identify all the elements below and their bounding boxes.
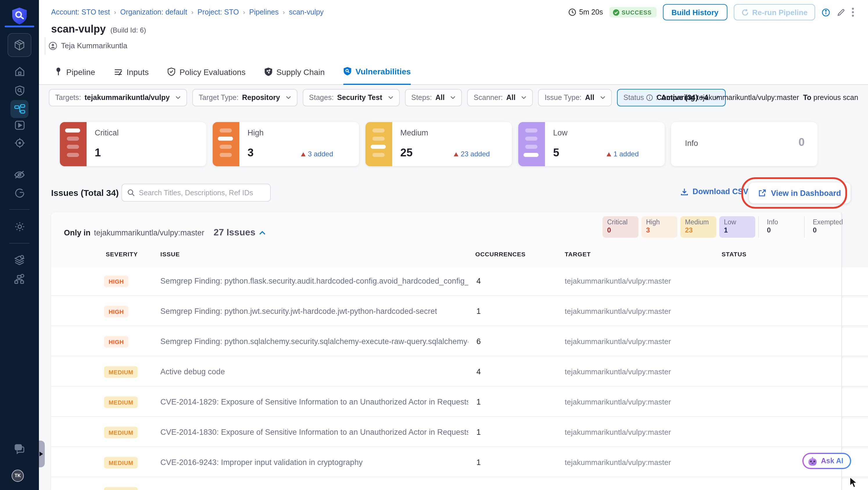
mouse-cursor: [849, 477, 859, 488]
pipeline-tab-icon: [55, 67, 62, 76]
issue-title: Active debug code: [160, 367, 225, 376]
clock-icon: [568, 8, 576, 16]
tab-label: Pipeline: [66, 67, 95, 76]
tab-supply-chain[interactable]: Supply Chain: [264, 62, 325, 85]
tab-pipeline[interactable]: Pipeline: [55, 62, 95, 85]
filter-steps[interactable]: Steps: All: [405, 89, 462, 106]
ask-ai-label: Ask AI: [821, 457, 843, 465]
target-value: tejakummarikuntla/vulpy:master: [565, 337, 671, 346]
module-selector-button[interactable]: [7, 33, 31, 57]
tab-vulnerabilities[interactable]: Vulnerabilities: [343, 62, 411, 85]
download-icon: [680, 187, 688, 195]
added-count: 3 added: [301, 150, 333, 158]
view-in-dashboard-button[interactable]: View in Dashboard: [749, 183, 850, 204]
sidebar-item-exemptions[interactable]: [0, 169, 39, 180]
breadcrumb-separator: ›: [283, 9, 285, 16]
target-value: tejakummarikuntla/vulpy:master: [565, 277, 671, 285]
pill-exempted: Exempted0: [804, 216, 847, 238]
info-circle-icon[interactable]: [822, 8, 830, 17]
shield-magnifier-icon: [343, 67, 351, 75]
user-avatar[interactable]: TK: [11, 470, 24, 482]
group-severity-pills: Critical0 High3 Medium23 Low1 Info0 Exem…: [602, 216, 850, 238]
rerun-pipeline-button[interactable]: Re-run Pipeline: [734, 4, 815, 20]
table-row[interactable]: MEDIUM CVE-2016-9243: Improper input val…: [51, 449, 868, 477]
pipelines-icon: [14, 104, 25, 114]
breadcrumb-project[interactable]: Project: STO: [197, 8, 239, 16]
breadcrumb-pipeline-name[interactable]: scan-vulpy: [289, 8, 324, 16]
filter-label: Scanner:: [474, 94, 503, 102]
search-input[interactable]: [139, 189, 261, 197]
shield-search-icon: [14, 85, 25, 96]
card-high[interactable]: High 3 3 added: [213, 122, 359, 166]
critical-gauge-icon: [60, 122, 87, 166]
tab-inputs[interactable]: Inputs: [114, 62, 149, 85]
tab-policy-evaluations[interactable]: Policy Evaluations: [167, 62, 245, 85]
issues-search[interactable]: [121, 184, 271, 202]
group-header[interactable]: Only in tejakummarikuntla/vulpy:master 2…: [64, 227, 265, 238]
issue-title: Semgrep Finding: python.flask.security.a…: [160, 277, 468, 285]
execution-duration: 5m 20s: [568, 8, 603, 16]
author-row: Teja Kummarikuntla: [49, 41, 127, 50]
breadcrumb-pipelines[interactable]: Pipelines: [249, 8, 279, 16]
table-row[interactable]: HIGH Semgrep Finding: python.flask.secur…: [51, 267, 868, 295]
filter-targets[interactable]: Targets: tejakummarikuntla/vulpy: [49, 89, 187, 106]
table-row-partial[interactable]: MEDIUM: [51, 479, 868, 490]
card-value: 25: [400, 147, 412, 159]
sidebar-item-targets[interactable]: [0, 137, 39, 149]
sidebar-item-project-settings[interactable]: [0, 221, 39, 233]
table-row[interactable]: HIGH Semgrep Finding: python.sqlalchemy.…: [51, 328, 868, 356]
filter-label: Issue Type:: [545, 94, 582, 102]
pill-medium: Medium23: [680, 216, 716, 238]
issue-title: Semgrep Finding: python.jwt.security.jwt…: [160, 307, 437, 316]
ask-ai-button[interactable]: Ask AI: [802, 453, 851, 469]
col-issue: ISSUE: [160, 250, 180, 257]
sidebar-item-default-settings[interactable]: [0, 254, 39, 266]
build-history-button[interactable]: Build History: [662, 4, 727, 20]
filter-value: All: [506, 94, 516, 102]
settings-gear-icon: [14, 221, 25, 233]
table-row[interactable]: MEDIUM CVE-2014-1829: Exposure of Sensit…: [51, 388, 868, 416]
sidebar-item-pipelines-active[interactable]: [10, 100, 28, 118]
card-info[interactable]: Info 0: [671, 122, 817, 166]
occurrences-value: 4: [476, 277, 481, 285]
severity-badge: HIGH: [104, 336, 128, 347]
breadcrumb-org[interactable]: Organization: default: [120, 8, 187, 16]
card-critical[interactable]: Critical 1: [60, 122, 206, 166]
author-name: Teja Kummarikuntla: [61, 41, 127, 50]
filter-stages[interactable]: Stages: Security Test: [303, 89, 400, 106]
filter-value: Repository: [242, 94, 280, 102]
sidebar-item-executions[interactable]: [0, 120, 39, 131]
chevron-up-icon[interactable]: [259, 231, 265, 235]
filter-value: Security Test: [337, 94, 382, 102]
kebab-menu-icon[interactable]: [852, 7, 854, 17]
filter-label: Status: [623, 94, 644, 102]
filter-issue-type[interactable]: Issue Type: All: [538, 89, 612, 106]
high-gauge-icon: [213, 122, 239, 166]
main-content: Account: STO test › Organization: defaul…: [39, 0, 868, 490]
table-row[interactable]: MEDIUM Active debug code 4 tejakummariku…: [51, 358, 868, 386]
card-medium[interactable]: Medium 25 23 added: [366, 122, 512, 166]
page-header: Account: STO test › Organization: defaul…: [39, 0, 868, 85]
sidebar-item-help[interactable]: ?: [0, 443, 39, 455]
table-row[interactable]: HIGH Semgrep Finding: python.jwt.securit…: [51, 298, 868, 326]
sidebar-item-getting-started[interactable]: [0, 187, 39, 199]
occurrences-value: 4: [476, 367, 481, 376]
sidebar-item-test-targets[interactable]: [0, 85, 39, 96]
sidebar-item-home[interactable]: [0, 66, 39, 77]
sidebar-divider: [9, 243, 30, 244]
module-cube-icon: [13, 39, 26, 51]
severity-badge: MEDIUM: [104, 427, 138, 438]
filter-target-type[interactable]: Target Type: Repository: [192, 89, 298, 106]
card-low[interactable]: Low 5 1 added: [518, 122, 665, 166]
filter-label: Steps:: [411, 94, 432, 102]
chevron-down-icon: [451, 96, 456, 99]
card-label: Info: [685, 139, 698, 148]
edit-pencil-icon[interactable]: [837, 8, 845, 17]
group-issue-count: 27 Issues: [214, 227, 255, 238]
breadcrumb-account[interactable]: Account: STO test: [51, 8, 110, 16]
filter-scanner[interactable]: Scanner: All: [467, 89, 533, 106]
sidebar-item-org-settings[interactable]: [0, 273, 39, 285]
table-row[interactable]: MEDIUM CVE-2014-1830: Exposure of Sensit…: [51, 419, 868, 447]
download-csv-button[interactable]: Download CSV: [680, 187, 748, 196]
chevron-down-icon: [176, 96, 181, 99]
